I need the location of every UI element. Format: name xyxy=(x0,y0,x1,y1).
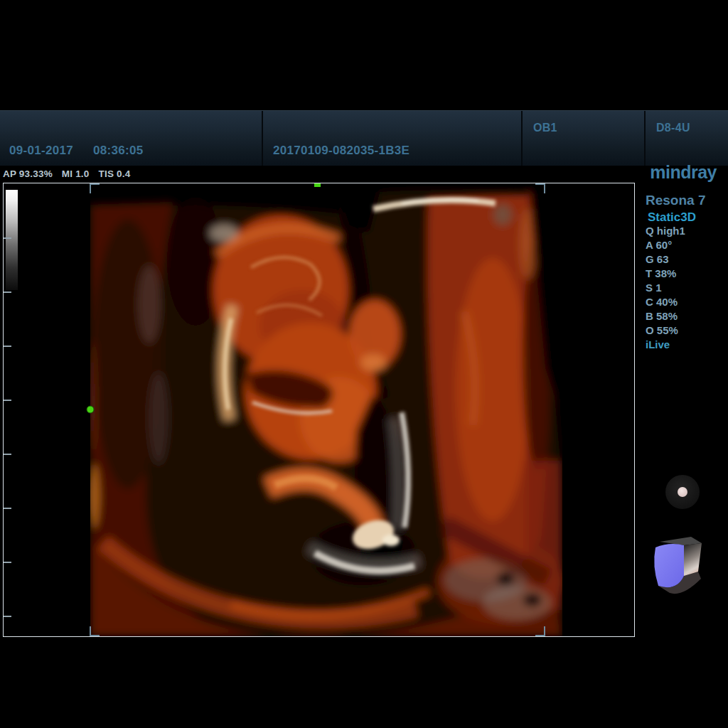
cube-front-face xyxy=(654,544,684,587)
ultrasound-screen: { "top_bar": { "date": "09-01-2017", "ti… xyxy=(0,0,728,728)
preset-cell[interactable]: OB1 xyxy=(523,111,646,166)
param-threshold: T 38% xyxy=(646,267,685,281)
exam-date: 09-01-2017 xyxy=(9,144,73,158)
depth-tick xyxy=(4,400,11,401)
exam-time: 08:36:05 xyxy=(93,144,143,158)
param-gain: G 63 xyxy=(646,252,685,267)
probe-model: D8-4U xyxy=(656,122,690,134)
ilive-label: iLive xyxy=(646,338,670,352)
datetime-cell: 09-01-2017 08:36:05 xyxy=(0,111,263,166)
grayscale-map-icon xyxy=(6,190,18,290)
parameter-list: Q high1 A 60° G 63 T 38% S 1 C 40% B 58%… xyxy=(646,224,685,338)
depth-tick xyxy=(4,508,11,509)
param-contrast: C 40% xyxy=(646,295,685,309)
depth-tick xyxy=(4,291,11,293)
param-angle: A 60° xyxy=(646,238,685,252)
param-smooth: S 1 xyxy=(646,281,685,295)
probe-cell[interactable]: D8-4U xyxy=(646,111,728,166)
roi-top-handle-icon[interactable] xyxy=(314,183,321,187)
imaging-mode: Static3D xyxy=(648,210,696,225)
param-brightness: B 58% xyxy=(646,309,685,323)
depth-tick xyxy=(4,237,11,239)
system-model: Resona 7 xyxy=(646,193,705,208)
trackball-icon[interactable] xyxy=(665,475,700,509)
exam-id: 20170109-082035-1B3E xyxy=(273,144,410,158)
exam-id-cell: 20170109-082035-1B3E xyxy=(263,111,523,166)
acoustic-status-line: AP 93.33% MI 1.0 TIS 0.4 xyxy=(3,168,136,179)
ultrasound-image-area[interactable] xyxy=(3,183,635,637)
depth-tick xyxy=(4,616,11,617)
mindray-logo: mindray xyxy=(642,162,717,183)
cube-right-face xyxy=(684,543,702,577)
orientation-cube-icon[interactable] xyxy=(648,532,708,597)
depth-tick xyxy=(4,346,11,347)
roi-left-handle-icon[interactable] xyxy=(87,406,94,413)
depth-tick xyxy=(4,562,11,563)
thermal-index-value: TIS 0.4 xyxy=(98,168,130,179)
acoustic-power-value: AP 93.33% xyxy=(3,168,53,179)
param-opacity: O 55% xyxy=(646,323,685,338)
info-bar: 09-01-2017 08:36:05 20170109-082035-1B3E… xyxy=(0,110,728,166)
trackball-dot-icon xyxy=(678,487,687,497)
param-quality: Q high1 xyxy=(646,224,685,238)
mindray-logo-text: mindray xyxy=(650,162,717,182)
mechanical-index-value: MI 1.0 xyxy=(62,168,90,179)
depth-tick xyxy=(4,454,11,455)
exam-preset: OB1 xyxy=(533,122,557,134)
3d-fetus-render xyxy=(4,183,634,636)
